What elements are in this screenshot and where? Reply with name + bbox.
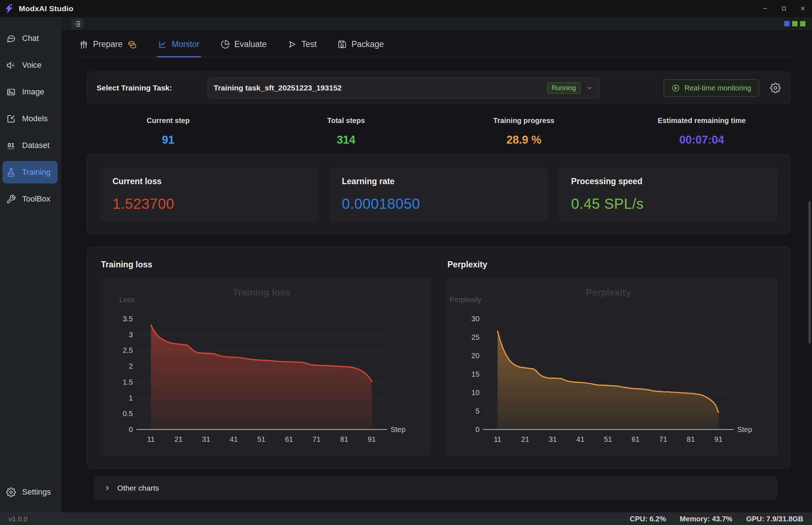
sliders-icon [79,40,88,49]
outdent-icon [73,20,81,28]
svg-text:Step: Step [390,425,405,433]
svg-text:20: 20 [471,352,479,360]
metric-title: Learning rate [342,177,536,186]
content-area: Prepare Monitor Evaluate Test [61,17,812,513]
sidebar-item-image[interactable]: Image [3,81,58,103]
svg-text:61: 61 [285,435,293,443]
svg-text:41: 41 [576,435,584,443]
minimize-icon [762,5,768,12]
sidebar-item-label: Voice [22,60,42,70]
tab-label: Package [351,39,384,49]
metric-title: Processing speed [571,177,765,186]
app-logo-icon [4,3,14,14]
tab-test[interactable]: Test [288,39,317,57]
svg-text:2: 2 [129,362,133,370]
svg-text:2.5: 2.5 [123,346,133,354]
save-icon [338,40,347,49]
selected-task-name: Training task_sft_20251223_193152 [214,84,342,92]
gpu-usage: GPU: 7.9/31.8GB [746,515,803,523]
metric-value: 0.00018050 [342,196,536,212]
sidebar-item-label: ToolBox [22,194,50,204]
stat-value: 28.9 % [435,134,613,147]
perplexity-chart: 051015202530112131415161718191StepPerple… [447,278,778,456]
svg-text:21: 21 [521,435,529,443]
close-button[interactable] [793,0,812,17]
chat-icon [6,34,16,43]
title-bar: ModxAI Studio [0,0,812,17]
svg-text:Step: Step [737,425,752,433]
sidebar-item-models[interactable]: Models [3,107,58,130]
status-bar: v1.0.0 CPU: 6.2% Memory: 43.7% GPU: 7.9/… [0,513,812,525]
speaker-icon [6,60,16,70]
task-selector-label: Select Training Task: [97,84,172,92]
gear-icon [6,487,16,497]
tab-evaluate[interactable]: Evaluate [221,39,267,57]
svg-text:11: 11 [147,435,155,443]
tab-package[interactable]: Package [338,39,384,57]
line-chart-icon [158,40,167,49]
realtime-monitoring-button[interactable]: Real-time monitoring [664,79,759,97]
charts-panel: Training loss 00.511.522.533.51121314151… [87,247,791,468]
task-selector-panel: Select Training Task: Training task_sft_… [87,72,791,104]
vertical-scrollbar-thumb[interactable] [808,201,811,344]
flask-icon [6,168,16,177]
training-task-select[interactable]: Training task_sft_20251223_193152 Runnin… [208,78,599,98]
svg-text:Perplexity: Perplexity [586,287,631,298]
sidebar-item-label: Chat [22,34,39,43]
monitor-settings-gear-icon[interactable] [770,82,781,93]
svg-text:31: 31 [202,435,210,443]
sidebar-item-voice[interactable]: Voice [3,54,58,76]
stat-label: Estimated remaining time [613,117,791,125]
sidebar-item-training[interactable]: Training [3,161,58,183]
svg-text:5: 5 [475,407,479,415]
app-window: ModxAI Studio Chat Voice [0,0,812,525]
model-box-icon [6,114,16,124]
sidebar-item-settings[interactable]: Settings [3,481,58,503]
chevron-down-icon [586,84,593,92]
sidebar: Chat Voice Image Models 01 Dataset Train… [0,17,61,513]
svg-text:3.5: 3.5 [123,315,133,323]
sidebar-item-label: Settings [22,487,51,497]
svg-text:Loss: Loss [119,296,135,304]
svg-text:11: 11 [494,435,501,443]
tab-prepare[interactable]: Prepare [79,39,137,57]
stat-value: 00:07:04 [613,134,791,147]
image-icon [6,87,16,97]
collapse-sidebar-button[interactable] [71,18,84,29]
training-loss-chart-card: Training loss 00.511.522.533.51121314151… [100,258,431,456]
svg-text:81: 81 [687,435,695,443]
svg-text:Training loss: Training loss [233,287,291,298]
svg-text:15: 15 [471,370,479,378]
sidebar-item-chat[interactable]: Chat [3,27,58,50]
sidebar-item-toolbox[interactable]: ToolBox [3,188,58,210]
metric-value: 1.523700 [113,196,306,212]
svg-text:25: 25 [471,333,479,341]
realtime-monitoring-label: Real-time monitoring [684,84,751,92]
svg-text:30: 30 [471,315,479,323]
other-charts-toggle[interactable]: Other charts [94,477,777,499]
svg-text:71: 71 [313,435,321,443]
stat-value: 91 [79,134,257,147]
app-title: ModxAI Studio [19,4,73,13]
status-badge: Running [547,82,580,94]
tab-monitor[interactable]: Monitor [158,39,200,57]
metric-card-learning-rate: Learning rate 0.00018050 [330,167,548,221]
sidebar-item-dataset[interactable]: 01 Dataset [3,134,58,157]
other-charts-label: Other charts [117,484,159,492]
dataset-01-icon: 01 [6,142,16,149]
sidebar-item-label: Training [22,168,51,177]
svg-text:0: 0 [475,425,479,433]
status-indicator-squares [784,21,805,26]
sidebar-item-label: Dataset [22,141,50,150]
stat-current-step: Current step 91 [79,117,257,147]
main-scroll-area: Prepare Monitor Evaluate Test [61,31,812,513]
tab-label: Evaluate [234,39,267,49]
coins-icon [127,39,137,49]
minimize-button[interactable] [756,0,774,17]
training-loss-chart: 00.511.522.533.5112131415161718191StepTr… [100,278,431,456]
tab-label: Prepare [93,39,123,49]
cpu-usage: CPU: 6.2% [630,515,666,523]
sidebar-item-label: Image [22,87,44,97]
close-icon [800,5,806,12]
maximize-button[interactable] [774,0,793,17]
